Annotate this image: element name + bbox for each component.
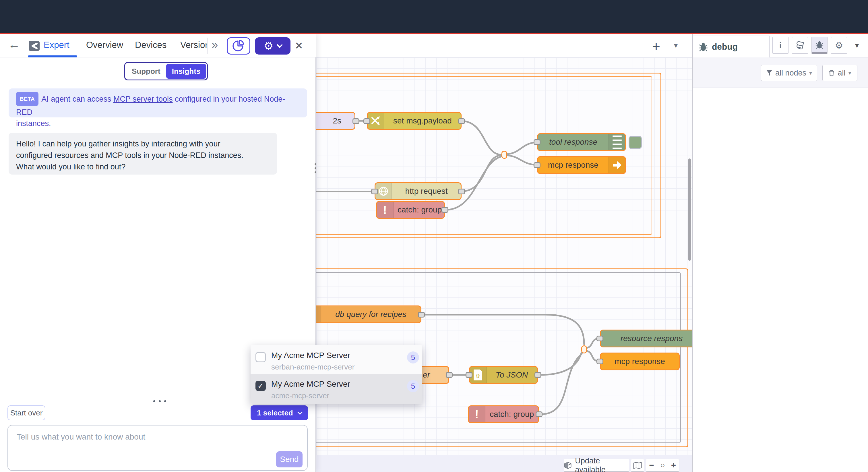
zoom-in-button[interactable]: + (668, 459, 679, 471)
panel-tab-bar: ← Expert Overview Devices Version » ⚙ × (0, 34, 316, 57)
node-catch-group-bottom[interactable]: ! catch: group (468, 405, 539, 423)
clear-all-dropdown[interactable]: all ▾ (823, 65, 857, 81)
filter-nodes-dropdown[interactable]: all nodes ▾ (761, 65, 817, 81)
node-mcp-response-top[interactable]: mcp response (537, 156, 626, 174)
chat-input[interactable] (7, 425, 308, 471)
node-port[interactable] (596, 335, 603, 342)
start-over-button[interactable]: Start over (7, 405, 45, 420)
node-http-request[interactable]: http request (375, 182, 462, 200)
exclamation-icon: ! (377, 202, 394, 218)
more-tabs-chevron-icon[interactable]: » (212, 39, 218, 51)
node-port[interactable] (596, 359, 603, 364)
count-badge: 5 (407, 351, 419, 363)
node-port[interactable] (534, 162, 540, 168)
funnel-icon (766, 70, 772, 76)
beta-badge: BETA (16, 92, 38, 106)
flowfuse-node-red-window: + ▾ 2s set msg.payload (0, 0, 868, 472)
beta-text: instances. (16, 118, 300, 129)
trash-icon (828, 69, 835, 77)
mcp-server-popup: My Acme MCP Server serban-acme-mcp-serve… (251, 345, 422, 404)
node-catch-group-top[interactable]: ! catch: group (376, 201, 445, 219)
panel-resize-handle[interactable] (315, 161, 316, 175)
sidebar-menu-caret-icon[interactable]: ▾ (855, 41, 859, 50)
node-port[interactable] (534, 139, 540, 145)
tab-devices[interactable]: Devices (135, 40, 166, 50)
caret-down-icon: ▾ (848, 69, 851, 77)
wire-junction[interactable] (581, 345, 587, 353)
node-port[interactable] (458, 118, 465, 124)
book-icon (796, 41, 804, 49)
node-group-inner-border (298, 76, 652, 235)
node-port[interactable] (458, 188, 465, 195)
zoom-reset-button[interactable]: ○ (657, 459, 668, 471)
settings-dropdown-button[interactable]: ⚙ (255, 37, 290, 55)
canvas-vertical-scrollbar[interactable] (688, 158, 691, 261)
bug-icon (699, 42, 708, 51)
gear-icon: ⚙ (835, 40, 843, 51)
node-port[interactable] (466, 372, 472, 378)
info-tab-button[interactable]: i (772, 37, 788, 54)
accent-bar (0, 33, 868, 34)
info-icon: i (779, 41, 782, 50)
mcp-server-tools-link[interactable]: MCP server tools (113, 95, 173, 104)
sidebar-tab-bar: debug i ⚙ ▾ (693, 34, 868, 57)
debug-output-icon (609, 134, 625, 150)
node-mcp-response-bottom[interactable]: mcp response (600, 353, 680, 371)
debug-tab-button[interactable] (811, 37, 828, 54)
flow-list-caret-icon[interactable]: ▾ (674, 41, 678, 50)
tab-divider (207, 38, 208, 54)
toggle-insights[interactable]: Insights (166, 64, 206, 79)
tab-version[interactable]: Version (180, 40, 207, 50)
help-tab-button[interactable] (792, 37, 808, 54)
minimap-button[interactable] (631, 459, 644, 472)
tab-debug[interactable]: debug (693, 36, 770, 58)
node-port[interactable] (536, 411, 542, 417)
checkbox-unchecked[interactable] (255, 352, 266, 362)
checkbox-checked[interactable]: ✓ (255, 381, 266, 391)
tab-expert[interactable]: Expert (43, 40, 69, 50)
svg-text:{}: {} (476, 373, 480, 378)
caret-down-icon: ▾ (809, 69, 812, 77)
node-port[interactable] (446, 372, 453, 378)
tab-overview[interactable]: Overview (86, 40, 123, 50)
bug-icon (815, 41, 824, 49)
close-panel-button[interactable]: × (295, 38, 303, 53)
debug-filter-bar: all nodes ▾ all ▾ (693, 57, 868, 88)
node-port[interactable] (363, 118, 370, 124)
config-tab-button[interactable]: ⚙ (831, 37, 847, 54)
zoom-controls: − ○ + (646, 459, 679, 472)
beta-text: AI agent can access (41, 95, 113, 104)
link-out-arrow-icon (609, 157, 625, 173)
node-change-set-msg-payload[interactable]: set msg.payload (367, 112, 462, 130)
wire-junction[interactable] (501, 151, 507, 159)
node-debug-tool-response[interactable]: tool response (537, 133, 626, 151)
node-debug-resource-response[interactable]: resource respons (600, 330, 703, 347)
node-port[interactable] (534, 372, 541, 378)
selected-servers-dropdown[interactable]: 1 selected (251, 405, 308, 420)
node-port[interactable] (352, 118, 360, 124)
list-item[interactable]: ✓ My Acme MCP Server acme-mcp-server 5 (251, 374, 422, 404)
gear-icon: ⚙ (264, 40, 273, 51)
pie-chart-icon (232, 40, 245, 52)
assistant-panel: ← Expert Overview Devices Version » ⚙ × … (0, 34, 316, 472)
node-port[interactable] (441, 207, 448, 213)
composer-drag-handle[interactable] (153, 400, 166, 402)
debug-enable-toggle[interactable] (629, 136, 642, 149)
node-db-query-for-recipes[interactable]: { db query for recipes (304, 305, 422, 323)
send-button[interactable]: Send (276, 451, 303, 467)
zoom-out-button[interactable]: − (646, 459, 657, 471)
toggle-support[interactable]: Support (126, 64, 166, 79)
node-port[interactable] (418, 312, 425, 318)
update-available-button[interactable]: Update available (564, 459, 629, 472)
node-port[interactable] (371, 188, 378, 195)
list-item[interactable]: My Acme MCP Server serban-acme-mcp-serve… (251, 345, 422, 374)
insights-pie-button[interactable] (227, 37, 250, 55)
back-arrow-icon[interactable]: ← (8, 38, 20, 51)
map-icon (633, 462, 642, 469)
chevron-down-icon (298, 410, 303, 415)
flowfuse-expert-icon (29, 41, 40, 51)
assistant-message: Hello! I can help you gather insights by… (9, 132, 277, 175)
add-flow-button[interactable]: + (652, 38, 660, 54)
mode-toggle: Support Insights (124, 62, 208, 80)
node-to-json[interactable]: {} To JSON (469, 366, 538, 384)
